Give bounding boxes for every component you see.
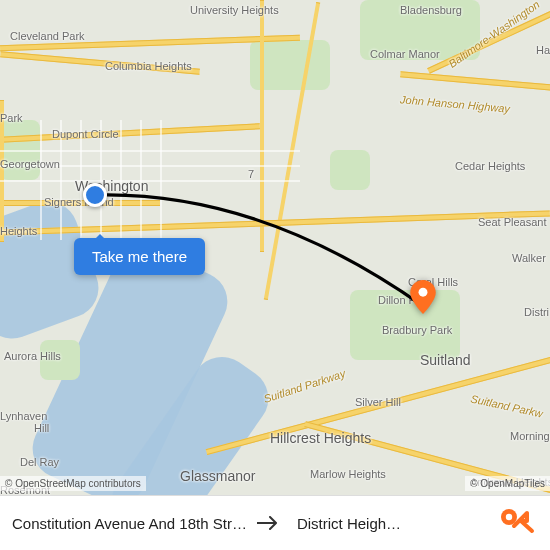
street [0, 180, 300, 182]
street [0, 150, 300, 152]
attribution-openmaptiles[interactable]: © OpenMapTiles [465, 476, 550, 491]
moovit-icon [497, 503, 537, 543]
place-label: Park [0, 112, 23, 124]
route-summary: Constitution Avenue And 18th Str… Distri… [12, 515, 496, 532]
to-label: District Heigh… [297, 515, 401, 532]
from-label: Constitution Avenue And 18th Str… [12, 515, 247, 532]
road [260, 0, 264, 252]
attribution-osm[interactable]: © OpenStreetMap contributors [0, 476, 146, 491]
place-label: Glassmanor [180, 468, 255, 484]
place-label: Cedar Heights [455, 160, 525, 172]
origin-marker[interactable] [83, 183, 107, 207]
place-label: Hillcrest Heights [270, 430, 371, 446]
place-label: Marlow Heights [310, 468, 386, 480]
road [400, 71, 550, 94]
place-label: Heights [0, 225, 37, 237]
cta-label: Take me there [92, 248, 187, 265]
place-label: Columbia Heights [105, 60, 192, 72]
place-label: 7 [248, 168, 254, 180]
place-label: Del Ray [20, 456, 59, 468]
place-label: Georgetown [0, 158, 60, 170]
pin-icon [410, 280, 436, 314]
place-label: Bladensburg [400, 4, 462, 16]
street [40, 120, 42, 240]
destination-marker[interactable] [410, 280, 436, 306]
place-label: Distri [524, 306, 549, 318]
svg-point-2 [506, 514, 512, 520]
place-label: Suitland Parkway [262, 367, 347, 405]
place-label: Hill [34, 422, 49, 434]
place-label: Lynhaven [0, 410, 47, 422]
place-label: Walker [512, 252, 546, 264]
route-summary-bar: Constitution Avenue And 18th Str… Distri… [0, 495, 550, 550]
place-label: Dupont Circle [52, 128, 119, 140]
svg-point-0 [419, 288, 428, 297]
place-label: Cleveland Park [10, 30, 85, 42]
park-area [330, 150, 370, 190]
place-label: Hall [536, 44, 550, 56]
place-label: Silver Hill [355, 396, 401, 408]
street [160, 120, 162, 240]
place-label: Suitland [420, 352, 471, 368]
place-label: Bradbury Park [382, 324, 452, 336]
place-label: Suitland Parkw [470, 393, 544, 420]
place-label: Morning [510, 430, 550, 442]
map-viewport[interactable]: Cleveland ParkUniversity HeightsColumbia… [0, 0, 550, 550]
place-label: University Heights [190, 4, 279, 16]
moovit-logo[interactable] [496, 502, 538, 544]
place-label: John Hanson Highway [400, 93, 511, 115]
place-label: Aurora Hills [4, 350, 61, 362]
take-me-there-button[interactable]: Take me there [74, 238, 205, 275]
place-label: Seat Pleasant [478, 216, 547, 228]
arrow-right-icon [257, 516, 279, 530]
place-label: Colmar Manor [370, 48, 440, 60]
